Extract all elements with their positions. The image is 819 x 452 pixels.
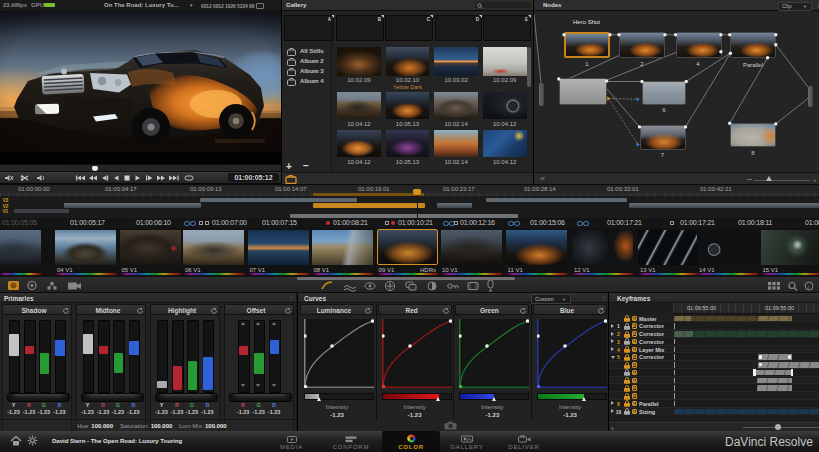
svg-text:i: i <box>808 284 809 290</box>
